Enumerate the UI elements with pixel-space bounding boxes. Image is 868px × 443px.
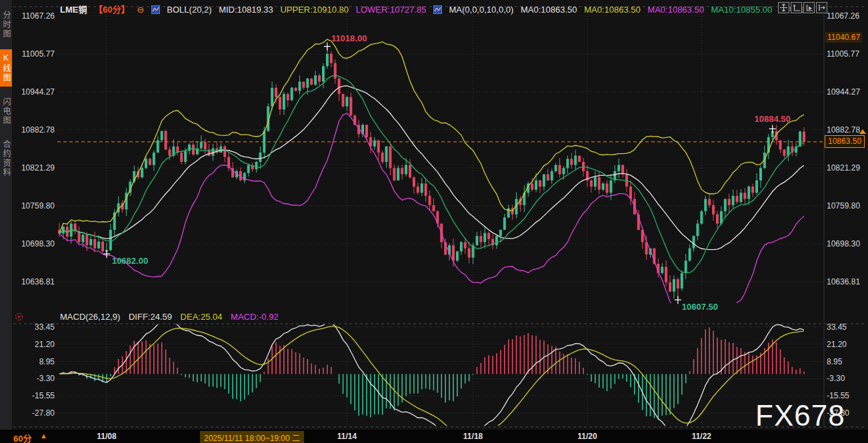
date-tick-label: 11/20	[577, 432, 597, 441]
macd-axis-label-right: -3.30	[827, 374, 845, 383]
y-axis-zoom-icon[interactable]	[791, 2, 802, 13]
ma0-white-value: MA0:10863.50	[521, 5, 577, 15]
price-axis-label-right: 11067.26	[827, 11, 859, 21]
drag-move-icon[interactable]	[778, 2, 789, 13]
macd-header: MACD(26,12,9) DIFF:24.59 DEA:25.04 MACD:…	[60, 312, 285, 322]
boll-mid-value: MID:10819.33	[219, 5, 273, 15]
macd-axis-label-left: 33.45	[13, 322, 55, 332]
pane-switch-icon[interactable]	[816, 2, 827, 13]
collapse-toggle-icon[interactable]: ⊖	[137, 5, 144, 15]
svg-text:10884.50: 10884.50	[755, 114, 791, 124]
price-axis-label-left: 10759.80	[13, 201, 55, 211]
kline-chart-canvas[interactable]: 11018.0010682.0010607.5010884.50	[0, 0, 868, 430]
ma-chart-icon[interactable]	[433, 5, 442, 16]
period-up-arrow-icon[interactable]: ▲	[40, 432, 47, 440]
macd-axis-label-right: 21.20	[827, 340, 847, 349]
indicator-header: LME铜 【60分】 ⊖ BOLL(20,2) MID:10819.33 UPP…	[60, 3, 819, 16]
ma0-magenta-value: MA0:10863.50	[647, 5, 704, 15]
price-axis-label-left: 10698.30	[13, 239, 55, 248]
boll-params: BOLL(20,2)	[167, 5, 211, 15]
svg-text:10607.50: 10607.50	[682, 302, 718, 312]
date-tick-label: 11/14	[337, 432, 357, 441]
macd-axis-label-right: 33.45	[827, 322, 847, 332]
date-tick-label: 11/18	[463, 432, 483, 441]
macd-target-icon[interactable]	[14, 312, 24, 322]
price-axis-label-left: 11005.77	[13, 49, 55, 59]
time-axis-bar: 60分 ▲ 2025/11/11 18:00~19:00 二 11/0811/1…	[0, 430, 868, 443]
price-axis-label-left: 10944.27	[13, 87, 55, 97]
macd-axis-label-left: -3.30	[13, 374, 55, 383]
price-axis-label-left: 10636.81	[13, 277, 55, 286]
price-marker-arrow-icon	[859, 129, 866, 134]
trading-app-window: 分时图 K线图 闪电图 合约资料 11018.0010682.0010607.5…	[0, 0, 868, 443]
date-tick-label: 11/08	[97, 432, 116, 441]
boll-chart-icon[interactable]	[151, 5, 160, 16]
ma-params: MA(0,0,0,10,0,0)	[449, 5, 513, 15]
watermark: FX678	[755, 399, 845, 432]
sidebar-item-flash-chart[interactable]: 闪电图	[0, 93, 12, 129]
upper-band-price-badge: 11040.67	[825, 32, 862, 43]
sidebar-item-time-chart[interactable]: 分时图	[0, 7, 12, 43]
period-tag: 【60分】	[94, 5, 129, 15]
svg-text:10682.00: 10682.00	[112, 256, 148, 266]
sidebar-item-kline-chart[interactable]: K线图	[0, 49, 12, 87]
date-tick-label: 11/22	[692, 432, 711, 441]
macd-dea-value: DEA:25.04	[181, 312, 223, 322]
boll-upper-value: UPPER:10910.80	[280, 5, 349, 15]
price-axis-label-right: 10698.30	[827, 239, 860, 248]
chart-toolbar	[778, 2, 827, 13]
macd-params: MACD(26,12,9)	[60, 312, 120, 322]
macd-hist-value: MACD:-0.92	[231, 312, 279, 322]
price-axis-label-right: 10882.78	[827, 125, 860, 135]
x-axis-zoom-icon[interactable]	[803, 2, 815, 13]
macd-diff-value: DIFF:24.59	[129, 312, 172, 322]
price-axis-label-left: 10821.29	[13, 163, 55, 173]
selected-candle-timestamp: 2025/11/11 18:00~19:00 二	[200, 431, 304, 443]
sidebar: 分时图 K线图 闪电图 合约资料	[0, 0, 12, 430]
sidebar-item-contract-info[interactable]: 合约资料	[0, 136, 12, 181]
last-price-badge: 10863.50	[825, 135, 865, 148]
ma10-value: MA10:10855.00	[711, 5, 773, 15]
macd-axis-label-left: 21.20	[13, 340, 55, 349]
price-axis-label-right: 10944.27	[827, 87, 860, 97]
price-axis-label-left: 10882.78	[13, 125, 55, 135]
boll-lower-value: LOWER:10727.85	[356, 5, 427, 15]
svg-text:11018.00: 11018.00	[331, 33, 367, 43]
price-axis-label-right: 10636.81	[827, 277, 860, 286]
macd-axis-label-right: 8.95	[827, 357, 842, 366]
macd-axis-label-left: -27.80	[13, 408, 55, 418]
symbol-name: LME铜	[60, 5, 87, 15]
ma0-yellow-value: MA0:10863.50	[584, 5, 641, 15]
price-axis-label-left: 11067.26	[13, 11, 55, 21]
price-axis-label-right: 10821.29	[827, 163, 860, 173]
macd-axis-label-left: -15.55	[13, 391, 55, 400]
macd-axis-label-left: 8.95	[13, 357, 55, 366]
period-selector[interactable]: 60分	[13, 432, 31, 443]
price-axis-label-right: 10759.80	[827, 201, 860, 211]
price-axis-label-right: 11005.77	[827, 49, 859, 59]
